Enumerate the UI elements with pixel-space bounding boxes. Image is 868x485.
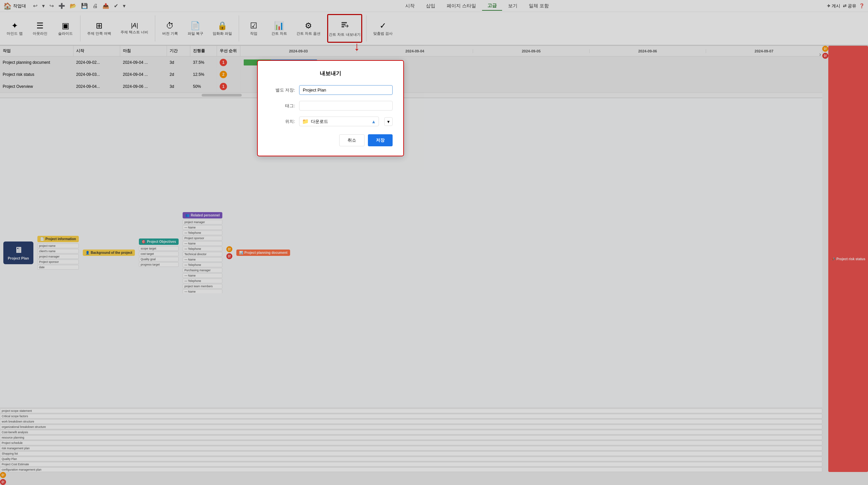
location-select-wrap: 📁 다운로드 ▲ [299, 117, 379, 126]
modal-overlay: ↓ 내보내기 별도 저장: 태그: 위치: 📁 다운로드 ▲ ▾ 취소 저장 [0, 0, 868, 485]
modal-row-location: 위치: 📁 다운로드 ▲ ▾ [269, 117, 393, 126]
cancel-btn[interactable]: 취소 [339, 134, 365, 146]
modal-row-filename: 별도 저장: [269, 85, 393, 95]
location-label: 위치: [269, 119, 295, 125]
location-value: 다운로드 [311, 119, 369, 125]
location-up-btn[interactable]: ▲ [371, 119, 376, 124]
folder-icon: 📁 [302, 118, 309, 125]
modal-row-tag: 태그: [269, 101, 393, 111]
location-expand-btn[interactable]: ▾ [384, 117, 393, 126]
red-arrow: ↓ [354, 39, 360, 54]
filename-input[interactable] [299, 85, 393, 95]
tag-input[interactable] [299, 101, 393, 111]
export-modal: 내보내기 별도 저장: 태그: 위치: 📁 다운로드 ▲ ▾ 취소 저장 [257, 60, 404, 156]
modal-title: 내보내기 [269, 70, 393, 77]
save-btn[interactable]: 저장 [368, 134, 393, 146]
filename-label: 별도 저장: [269, 87, 295, 93]
tag-label: 태그: [269, 103, 295, 109]
modal-footer: 취소 저장 [269, 134, 393, 146]
